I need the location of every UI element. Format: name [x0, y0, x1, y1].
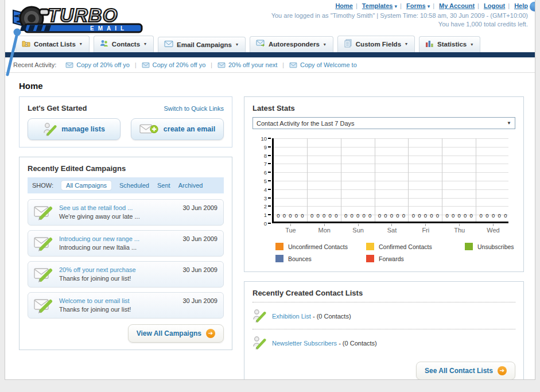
legend-swatch [366, 243, 374, 250]
create-email-label: create an email [164, 125, 215, 133]
chart-value-label: 0 [317, 212, 320, 219]
chart-value-label: 0 [430, 212, 433, 219]
chevron-down-icon: ▾ [324, 42, 326, 47]
page-title: Home [19, 81, 526, 91]
chart-value-labels: 00000 [308, 212, 341, 219]
email-campaigns-icon [164, 40, 173, 49]
manage-lists-button[interactable]: manage lists [28, 118, 121, 140]
campaign-subtitle: Thanks for joining our list! [59, 306, 177, 313]
tab-contacts[interactable]: Contacts ▾ [94, 36, 154, 52]
see-all-contact-lists-button[interactable]: See All Contact Lists ➔ [416, 362, 515, 380]
recent-activity-item[interactable]: Copy of 20% off yo [65, 61, 130, 68]
recent-activity-text: Copy of 20% off yo [76, 61, 130, 68]
nav-separator: | [400, 2, 402, 9]
top-nav-templates[interactable]: Templates [362, 2, 393, 9]
campaign-row[interactable]: Welcome to our email list Thanks for joi… [28, 292, 224, 319]
contact-list-count: - (0 Contacts) [311, 313, 351, 320]
contact-list-item[interactable]: Newsletter Subscribers - (0 Contacts) [252, 334, 515, 351]
envelope-plus-icon [139, 123, 159, 135]
chart-y-tick [268, 138, 271, 139]
chart-value-labels: 00000 [341, 212, 375, 219]
top-nav-home[interactable]: Home [335, 2, 353, 9]
stats-period-select[interactable]: Contact Activity for the Last 7 Days ▼ [252, 117, 515, 129]
chart-value-label: 0 [418, 212, 421, 219]
contact-list-link[interactable]: Newsletter Subscribers [272, 340, 337, 347]
filter-all-campaigns[interactable]: All Campaigns [61, 181, 111, 190]
top-nav-help[interactable]: Help [514, 2, 528, 9]
tab-contact-lists[interactable]: Contact Lists ▾ [15, 36, 90, 52]
chart-value-label: 0 [329, 212, 332, 219]
latest-stats-panel: Latest Stats Contact Activity for the La… [244, 96, 524, 272]
chart-y-axis: 012345678910 [256, 138, 272, 223]
chart-value-label: 0 [498, 212, 501, 219]
contact-lists-icon [22, 39, 30, 49]
legend-label: Forwards [379, 255, 404, 262]
contact-list-link[interactable]: Exhibition List [272, 313, 311, 320]
chart-y-tick-label: 7 [264, 161, 267, 167]
tab-autoresponders[interactable]: Autoresponders ▾ [250, 36, 333, 52]
chart-value-labels: 00000 [375, 212, 409, 219]
chart-value-label: 0 [350, 212, 353, 219]
chart-value-label: 0 [323, 212, 325, 219]
recent-activity-item[interactable]: 20% off your next [217, 61, 277, 68]
dotted-divider [252, 329, 515, 329]
chart-y-tick [268, 205, 271, 207]
top-nav-my-account[interactable]: My Account [439, 2, 475, 9]
recent-campaigns-title: Recently Edited Campaigns [28, 164, 126, 173]
campaign-row[interactable]: Introducing our new range ... Introducin… [28, 230, 224, 257]
legend-swatch [366, 255, 374, 262]
latest-stats-title: Latest Stats [252, 104, 295, 112]
tab-custom-fields[interactable]: Custom Fields ▾ [337, 36, 415, 52]
envelope-icon [217, 62, 226, 68]
envelope-pencil-icon [34, 297, 53, 313]
create-email-button[interactable]: create an email [131, 118, 224, 140]
view-all-campaigns-button[interactable]: View All Campaigns ➔ [128, 324, 224, 343]
nav-separator: | [508, 2, 510, 9]
campaign-title-link[interactable]: 20% off your next purchase [59, 266, 177, 273]
switch-quick-links-link[interactable]: Switch to Quick Links [164, 105, 224, 112]
filter-scheduled[interactable]: Scheduled [119, 182, 149, 189]
recent-activity-text: Copy of Welcome to [300, 61, 357, 68]
tab-label: Autoresponders [269, 41, 320, 48]
chart-plot-area: 00000000000000000000000000000000000 [272, 138, 508, 223]
campaign-date: 30 Jun 2009 [182, 235, 217, 242]
chart-x-tick-label: Mon [308, 223, 341, 234]
chart-y-tick-label: 9 [264, 144, 267, 150]
login-status-text: You are logged in as "Timothy Smith" | S… [271, 11, 528, 20]
legend-item: Forwards [366, 255, 465, 262]
envelope-pencil-icon [34, 235, 53, 251]
campaign-date: 30 Jun 2009 [182, 204, 217, 211]
tab-email-campaigns[interactable]: Email Campaigns ▾ [158, 37, 246, 52]
recent-activity-item[interactable]: Copy of Welcome to [289, 61, 357, 68]
tab-label: Email Campaigns [177, 41, 232, 48]
legend-label: Unconfirmed Contacts [288, 243, 348, 250]
chart-day-column: 00000 [341, 138, 375, 222]
chart-x-tick [391, 224, 392, 226]
contact-list-item[interactable]: Exhibition List - (0 Contacts) [252, 307, 515, 324]
filter-archived[interactable]: Archived [178, 182, 203, 189]
manage-lists-label: manage lists [61, 125, 105, 133]
campaign-title-link[interactable]: Introducing our new range ... [59, 235, 177, 242]
recent-activity-item[interactable]: Copy of 20% off yo [142, 61, 206, 68]
campaign-subtitle: We're giving away our late ... [59, 213, 177, 220]
chart-value-labels: 00000 [476, 212, 510, 219]
turbo-email-logo: TURBO EMAIL [10, 2, 152, 37]
recent-contact-lists-panel: Recently Created Contact Lists Exhibitio… [244, 281, 524, 380]
chart-y-tick-label: 0 [264, 220, 267, 227]
chart-x-axis: TueMonSunSatFriThuWed [274, 223, 510, 234]
nav-separator: | [477, 2, 479, 9]
campaign-row[interactable]: See us at the retail food ... We're givi… [28, 199, 224, 226]
campaign-title-link[interactable]: Welcome to our email list [59, 297, 177, 304]
campaign-date: 30 Jun 2009 [182, 266, 217, 273]
legend-swatch [275, 255, 283, 262]
statistics-icon [425, 40, 434, 49]
filter-sent[interactable]: Sent [157, 182, 170, 189]
chart-y-tick-label: 1 [264, 212, 267, 218]
tab-statistics[interactable]: Statistics ▾ [419, 36, 480, 52]
chart-x-tick-label: Wed [476, 223, 510, 234]
campaign-title-link[interactable]: See us at the retail food ... [59, 204, 177, 211]
top-nav-forms[interactable]: Forms [406, 2, 426, 9]
campaign-row[interactable]: 20% off your next purchase Thanks for jo… [28, 261, 224, 288]
top-nav-logout[interactable]: Logout [484, 2, 505, 9]
chevron-down-icon: ▾ [395, 3, 398, 9]
